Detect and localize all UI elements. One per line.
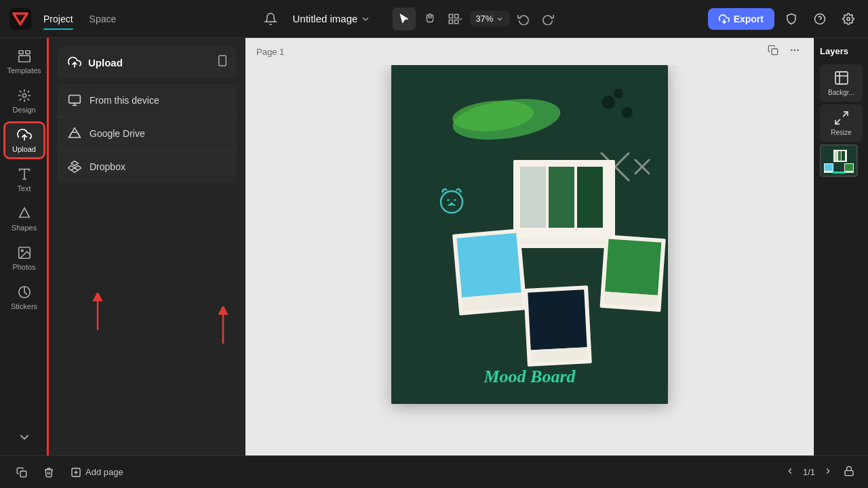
svg-rect-10: [18, 51, 22, 54]
add-page-icon: [71, 467, 81, 478]
upload-options: From this device Google Drive: [57, 84, 237, 183]
background-icon: [833, 70, 850, 86]
lock-btn[interactable]: [841, 463, 857, 482]
lock-icon: [844, 466, 854, 476]
svg-point-59: [451, 203, 452, 205]
logo[interactable]: [8, 7, 33, 31]
text-icon: [17, 167, 32, 182]
svg-point-13: [22, 94, 26, 98]
space-tab[interactable]: Space: [90, 11, 117, 27]
prev-page-btn[interactable]: [783, 464, 797, 481]
svg-rect-72: [825, 164, 833, 171]
shapes-icon: [17, 206, 32, 221]
sidebar-item-photos[interactable]: Photos: [4, 240, 45, 277]
upload-panel: Upload From this device: [49, 38, 245, 455]
svg-rect-12: [18, 56, 30, 62]
sidebar-label-text: Text: [17, 184, 31, 192]
redo-btn[interactable]: [536, 7, 559, 30]
layers-panel: Layers Backgr... Resize: [814, 38, 868, 455]
chevron-left-icon: [785, 466, 795, 476]
photos-icon: [17, 245, 32, 260]
export-btn[interactable]: Export: [708, 8, 774, 30]
svg-text:Mood Board: Mood Board: [483, 367, 576, 386]
chevron-down-icon: [360, 14, 371, 24]
mobile-icon: [216, 55, 229, 70]
doc-title-wrap[interactable]: Untitled image: [288, 10, 377, 27]
upload-icon: [17, 127, 32, 142]
resize-icon: [833, 110, 850, 126]
sidebar-item-text[interactable]: Text: [4, 161, 45, 198]
add-page-label: Add page: [85, 467, 123, 477]
sidebar-item-shapes[interactable]: Shapes: [4, 201, 45, 237]
page-copy-btn[interactable]: [765, 43, 781, 60]
sidebar-label-photos: Photos: [12, 263, 35, 271]
settings-btn[interactable]: [837, 7, 860, 30]
topbar-right: Export: [708, 7, 860, 30]
sidebar-expand-btn[interactable]: [4, 424, 45, 450]
zoom-control[interactable]: 37%: [470, 11, 509, 26]
zoom-value: 37%: [475, 14, 493, 24]
page-icon-btn[interactable]: [11, 464, 33, 481]
svg-rect-70: [842, 151, 845, 161]
page-actions: [765, 43, 803, 60]
bottom-bar: Add page 1/1: [0, 455, 868, 488]
dropbox-icon: [68, 160, 81, 174]
stickers-icon: [17, 285, 32, 300]
svg-rect-48: [517, 239, 611, 244]
delete-btn[interactable]: [38, 464, 60, 481]
sidebar-label-design: Design: [12, 106, 35, 114]
upload-option-device-label: From this device: [90, 95, 159, 106]
svg-rect-4: [450, 20, 453, 23]
shield-btn[interactable]: [780, 7, 803, 30]
next-page-btn[interactable]: [821, 464, 835, 481]
svg-rect-56: [528, 289, 587, 350]
svg-rect-75: [832, 171, 846, 174]
topbar-tools: 37%: [393, 7, 559, 30]
sidebar-item-templates[interactable]: Templates: [4, 43, 45, 80]
monitor-icon: [68, 94, 81, 107]
svg-rect-23: [69, 96, 81, 104]
help-btn[interactable]: [808, 7, 831, 30]
layer-thumb-svg: [821, 146, 856, 176]
sidebar-item-stickers[interactable]: Stickers: [4, 279, 45, 316]
sidebar-item-design[interactable]: Design: [4, 83, 45, 119]
bottom-right: 1/1: [783, 463, 857, 482]
svg-rect-11: [25, 51, 29, 54]
red-arrow-up-1: [90, 293, 106, 333]
sidebar-label-upload: Upload: [12, 145, 36, 153]
canvas-area: Page 1: [245, 38, 814, 455]
upload-option-device[interactable]: From this device: [57, 84, 237, 117]
add-page-btn[interactable]: Add page: [65, 464, 129, 481]
sidebar-left: Templates Design Upload: [0, 38, 49, 455]
sidebar-label-templates: Templates: [7, 66, 41, 75]
project-tab[interactable]: Project: [43, 11, 73, 27]
sidebar-label-shapes: Shapes: [12, 224, 37, 232]
svg-line-65: [835, 119, 840, 124]
sidebar-item-upload[interactable]: Upload: [4, 122, 45, 159]
upload-option-dropbox[interactable]: Dropbox: [57, 150, 237, 183]
topbar-center: Untitled image: [259, 7, 560, 30]
svg-point-9: [847, 17, 850, 20]
hand-tool-btn[interactable]: [418, 7, 441, 30]
layer-thumbnail[interactable]: [820, 144, 858, 177]
resize-label: Resize: [831, 129, 852, 136]
layers-title: Layers: [820, 43, 863, 59]
resize-btn[interactable]: Resize: [820, 104, 863, 142]
red-arrow-up-2: [215, 306, 231, 347]
canvas-scroll[interactable]: Mood Board: [245, 65, 814, 455]
svg-rect-74: [845, 164, 853, 171]
upload-main-btn[interactable]: Upload: [57, 46, 237, 79]
background-btn[interactable]: Backgr...: [820, 64, 863, 102]
svg-rect-47: [577, 167, 603, 228]
layers-tools: Backgr... Resize: [820, 64, 863, 177]
upload-option-gdrive[interactable]: Google Drive: [57, 117, 237, 150]
select-tool-btn[interactable]: [393, 7, 416, 30]
home-icon[interactable]: [259, 7, 282, 30]
layout-chevron-icon: [457, 16, 464, 22]
undo-btn[interactable]: [512, 7, 535, 30]
svg-rect-68: [835, 151, 837, 161]
background-label: Backgr...: [828, 89, 854, 96]
page-more-btn[interactable]: [787, 43, 803, 60]
layout-tool-btn[interactable]: [444, 7, 467, 30]
svg-rect-2: [450, 14, 453, 18]
